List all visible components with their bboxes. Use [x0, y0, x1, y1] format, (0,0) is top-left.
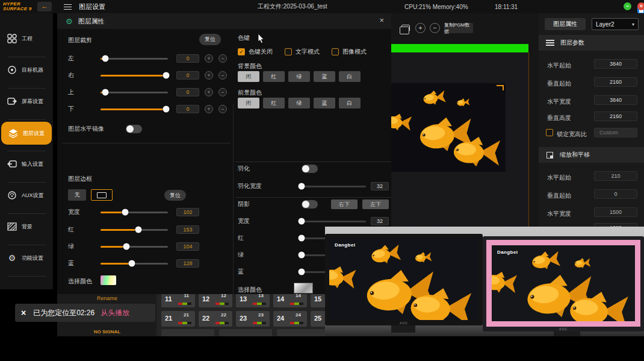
lock-aspect-checkbox[interactable]	[546, 129, 553, 136]
bg-color-green-button[interactable]: 绿	[288, 71, 310, 82]
checkbox-icon[interactable]	[332, 48, 339, 55]
source-cell-23[interactable]: 2323	[236, 311, 270, 327]
sidebar-item-target-machine[interactable]: 目标机器	[0, 59, 53, 81]
increment-button[interactable]: +	[205, 71, 213, 80]
value-field[interactable]: 0	[176, 105, 199, 113]
decrement-button[interactable]: −	[218, 54, 227, 63]
value-field[interactable]: 104	[176, 242, 199, 251]
chroma-off-checkbox[interactable]: ✓ 色键关闭	[238, 48, 273, 56]
increment-button[interactable]: +	[205, 105, 213, 113]
minimize-button[interactable]: −	[624, 2, 631, 10]
feather-toggle[interactable]	[302, 165, 318, 173]
back-arrow-button[interactable]: ←	[37, 2, 52, 11]
slider-knob[interactable]	[299, 183, 305, 190]
partial-button[interactable]	[161, 329, 214, 336]
bg-color-off-button[interactable]: 闭	[238, 71, 259, 82]
sidebar-item-layer-settings[interactable]: 图层设置	[1, 122, 52, 145]
value-field[interactable]: 32	[371, 182, 389, 190]
bg-color-red-button[interactable]: 红	[263, 71, 285, 82]
slider-knob[interactable]	[299, 235, 305, 242]
sidebar-item-function-settings[interactable]: ⚙ 功能设置	[0, 247, 53, 269]
slider-track[interactable]	[101, 246, 168, 248]
value-field[interactable]: 102	[176, 208, 199, 216]
fg-color-white-button[interactable]: 白	[339, 98, 361, 108]
toast-close-icon[interactable]: ×	[21, 308, 26, 318]
sidebar-item-input-settings[interactable]: 输入设置	[0, 153, 53, 175]
slider-knob[interactable]	[123, 243, 129, 250]
slider-track[interactable]	[101, 212, 168, 213]
decrement-button[interactable]: −	[218, 71, 227, 80]
slider-track[interactable]	[300, 221, 366, 222]
border-reset-button[interactable]: 复位	[164, 190, 186, 201]
copy-pgm-button[interactable]: 复制PGM数据	[444, 23, 473, 33]
partial-button[interactable]	[219, 329, 272, 336]
bg-color-white-button[interactable]: 白	[339, 71, 361, 82]
zoom-out-icon[interactable]: −	[430, 23, 440, 33]
slider-knob[interactable]	[135, 227, 141, 233]
zoom-in-icon[interactable]: +	[415, 23, 426, 33]
decrement-button[interactable]: −	[218, 88, 227, 96]
value-field[interactable]: 153	[176, 225, 199, 234]
shadow-color-swatch[interactable]	[294, 283, 313, 294]
source-cell-24[interactable]: 2424	[273, 311, 307, 327]
slider-knob[interactable]	[102, 89, 108, 96]
param-value-field[interactable]: 210	[594, 171, 637, 181]
source-cell-22[interactable]: 2222	[199, 311, 232, 327]
play-from-start-link[interactable]: 从头播放	[101, 308, 129, 318]
copy-stack-icon[interactable]	[401, 25, 410, 31]
slider-knob[interactable]	[163, 106, 169, 113]
sidebar-item-screen-settings[interactable]: 屏幕设置	[0, 90, 53, 112]
image-mode-checkbox[interactable]: 图像模式	[332, 48, 367, 56]
slider-track[interactable]	[300, 186, 366, 187]
fg-color-green-button[interactable]: 绿	[288, 98, 310, 108]
slider-knob[interactable]	[299, 269, 305, 275]
slider-knob[interactable]	[102, 55, 108, 62]
slider-track[interactable]	[101, 75, 168, 77]
fg-color-off-button[interactable]: 闭	[238, 98, 259, 108]
border-style-button[interactable]	[91, 189, 113, 201]
slider-knob[interactable]	[163, 72, 169, 79]
slider-track[interactable]	[101, 58, 168, 60]
decrement-button[interactable]: −	[218, 105, 227, 113]
param-value-field[interactable]: 3840	[594, 95, 637, 105]
slider-track[interactable]	[101, 263, 168, 265]
slider-track[interactable]	[101, 108, 168, 110]
border-none-button[interactable]: 无	[68, 189, 86, 201]
checkbox-icon[interactable]	[285, 48, 292, 55]
slider-knob[interactable]	[128, 260, 135, 267]
bg-color-blue-button[interactable]: 蓝	[314, 71, 335, 82]
value-field[interactable]: 0	[176, 54, 199, 63]
slider-knob[interactable]	[299, 252, 305, 259]
layer-video-thumbnail[interactable]	[391, 83, 506, 172]
source-cell-21[interactable]: 2121	[161, 311, 195, 327]
param-value-field[interactable]: 1500	[594, 207, 637, 217]
increment-button[interactable]: +	[205, 54, 213, 63]
crop-reset-button[interactable]: 复位	[199, 34, 221, 45]
param-value-field[interactable]: 0	[594, 189, 637, 199]
slider-knob[interactable]	[122, 209, 129, 216]
rename-menu-item[interactable]: Rename	[57, 295, 157, 301]
increment-button[interactable]: +	[205, 88, 213, 96]
color-picker-swatch[interactable]	[101, 275, 116, 285]
checkbox-checked-icon[interactable]: ✓	[238, 48, 245, 55]
partial-button[interactable]	[277, 329, 330, 336]
shadow-bottom-right-button[interactable]: 右下	[331, 199, 358, 209]
layer-properties-tab[interactable]: 图层属性	[545, 18, 586, 30]
close-window-button[interactable]: ×	[637, 2, 644, 10]
value-field[interactable]: 0	[176, 88, 199, 96]
hamburger-menu-icon[interactable]	[64, 4, 72, 10]
mirror-toggle[interactable]	[126, 125, 142, 133]
value-field[interactable]: 128	[176, 259, 199, 268]
aspect-ratio-dropdown[interactable]: Custom	[594, 128, 637, 137]
value-field[interactable]: 0	[176, 71, 199, 80]
sidebar-item-aux-settings[interactable]: AUX设置	[0, 184, 53, 206]
param-value-field[interactable]: 3840	[594, 59, 637, 69]
param-value-field[interactable]: 2160	[594, 111, 637, 121]
param-value-field[interactable]: 2160	[594, 77, 637, 87]
sidebar-item-background[interactable]: 背景	[0, 216, 53, 237]
shadow-bottom-left-button[interactable]: 左下	[362, 199, 389, 209]
value-field[interactable]: 32	[371, 217, 389, 225]
dialog-close-icon[interactable]: ×	[379, 16, 384, 25]
sidebar-item-project[interactable]: 工程	[0, 28, 53, 49]
fg-color-blue-button[interactable]: 蓝	[314, 98, 335, 108]
